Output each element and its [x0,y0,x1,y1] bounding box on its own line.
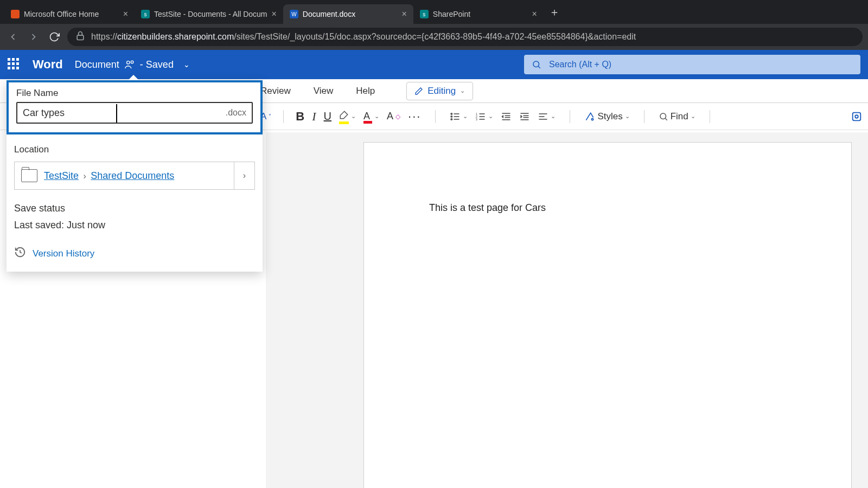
forward-button[interactable] [26,29,41,44]
close-icon[interactable]: × [532,9,537,19]
svg-text:3: 3 [476,117,477,120]
tab-title: TestSite - Documents - All Docum [154,10,267,18]
chevron-down-icon: ⌄ [488,113,493,120]
browser-tab[interactable]: s SharePoint × [413,4,544,24]
chevron-down-icon: ⌄ [460,87,465,94]
search-icon [659,112,668,121]
styles-label: Styles [597,111,622,122]
file-name-input-wrap[interactable]: .docx [16,102,253,124]
search-input[interactable]: Search (Alt + Q) [524,55,860,74]
save-status-label: Save status [14,203,255,214]
browser-tab-active[interactable]: W Document.docx × [283,4,413,24]
chevron-down-icon: ⌄ [463,113,468,120]
highlight-button[interactable]: ⌄ [339,110,356,123]
file-name-section: File Name .docx [7,80,263,134]
close-icon[interactable]: × [272,9,277,19]
location-label: Location [14,144,255,155]
font-color-button[interactable]: A ⌄ [363,111,379,122]
search-placeholder: Search (Alt + Q) [549,60,611,69]
underline-button[interactable]: U [324,110,331,123]
back-button[interactable] [5,29,21,44]
increase-indent-button[interactable] [519,111,530,122]
new-tab-button[interactable]: ＋ [549,5,560,20]
search-icon [532,60,541,69]
chevron-down-icon: ⌄ [551,113,556,120]
svg-point-8 [451,118,452,120]
folder-icon [21,169,37,182]
save-status-section: Save status Last saved: Just now [7,190,263,231]
breadcrumb-site[interactable]: TestSite [44,170,79,181]
chevron-down-icon: ⌄ [351,113,356,120]
ribbon-tab-view[interactable]: View [311,81,336,101]
highlighter-icon [339,110,349,120]
decrease-indent-button[interactable] [501,111,512,122]
svg-point-30 [855,115,858,118]
app-launcher-icon[interactable] [8,58,21,71]
close-icon[interactable]: × [402,9,407,19]
more-formatting-button[interactable]: ··· [408,110,421,124]
svg-point-4 [451,113,452,114]
svg-rect-29 [853,112,861,120]
svg-point-3 [533,61,539,67]
reload-button[interactable] [47,29,62,44]
text-cursor [116,104,117,123]
breadcrumb-library[interactable]: Shared Documents [91,170,174,181]
svg-point-27 [592,118,593,120]
chevron-down-icon: ⌄ [625,113,630,120]
document-body-text[interactable]: This is a test page for Cars [429,202,786,214]
favicon: s [420,10,429,18]
location-breadcrumb[interactable]: TestSite › Shared Documents [14,162,234,190]
svg-point-1 [126,61,130,65]
chevron-down-icon[interactable]: ⌄ [183,60,190,69]
bullets-button[interactable]: ⌄ [450,111,468,122]
file-name-label: File Name [16,88,253,99]
file-name-popover: File Name .docx Location TestSite › Shar… [7,80,263,272]
styles-button[interactable]: Styles ⌄ [584,111,629,122]
document-name: Document [75,59,119,70]
favicon: s [141,10,150,18]
browser-tab-strip: Microsoft Office Home × s TestSite - Doc… [0,0,868,24]
editing-mode-button[interactable]: Editing ⌄ [406,82,473,100]
align-button[interactable]: ⌄ [538,111,556,122]
styles-icon [584,111,595,122]
close-icon[interactable]: × [123,9,128,19]
document-page[interactable]: This is a test page for Cars [363,142,852,488]
lock-icon [75,30,86,43]
history-icon [14,246,26,261]
document-title-bar[interactable]: Document - Saved ⌄ [75,59,190,70]
url-text: https://citizenbuilders.sharepoint.com/s… [91,32,636,42]
browser-address-bar: https://citizenbuilders.sharepoint.com/s… [0,24,868,50]
chevron-down-icon: ⌄ [691,113,695,120]
url-input[interactable]: https://citizenbuilders.sharepoint.com/s… [67,28,863,46]
find-label: Find [671,111,688,122]
italic-button[interactable]: I [312,110,316,124]
ribbon-tab-help[interactable]: Help [354,81,377,101]
pencil-icon [414,87,423,95]
tab-title: Document.docx [303,10,398,18]
numbering-button[interactable]: 123 ⌄ [475,111,493,122]
editing-label: Editing [427,86,456,97]
location-section: Location TestSite › Shared Documents › [7,134,263,190]
version-history-button[interactable]: Version History [7,231,263,261]
people-icon [124,59,136,70]
document-canvas: This is a test page for Cars [266,132,868,488]
clear-formatting-button[interactable]: A◇ [387,111,400,122]
tab-title: SharePoint [433,10,528,18]
find-button[interactable]: Find ⌄ [659,111,695,122]
app-name[interactable]: Word [33,57,63,72]
file-extension: .docx [226,108,246,118]
svg-rect-0 [77,35,84,40]
location-expand-button[interactable]: › [234,162,255,190]
browser-tab[interactable]: Microsoft Office Home × [4,4,135,24]
saved-status: - Saved [140,59,174,70]
ribbon-tab-review[interactable]: Review [258,81,293,101]
version-history-label: Version History [33,248,94,259]
favicon [11,10,20,18]
chevron-down-icon: ⌄ [374,113,379,120]
dictate-button[interactable] [851,111,863,123]
bold-button[interactable]: B [296,110,304,124]
svg-point-2 [131,61,133,63]
svg-point-6 [451,115,452,117]
file-name-input[interactable] [23,107,226,119]
browser-tab[interactable]: s TestSite - Documents - All Docum × [135,4,283,24]
